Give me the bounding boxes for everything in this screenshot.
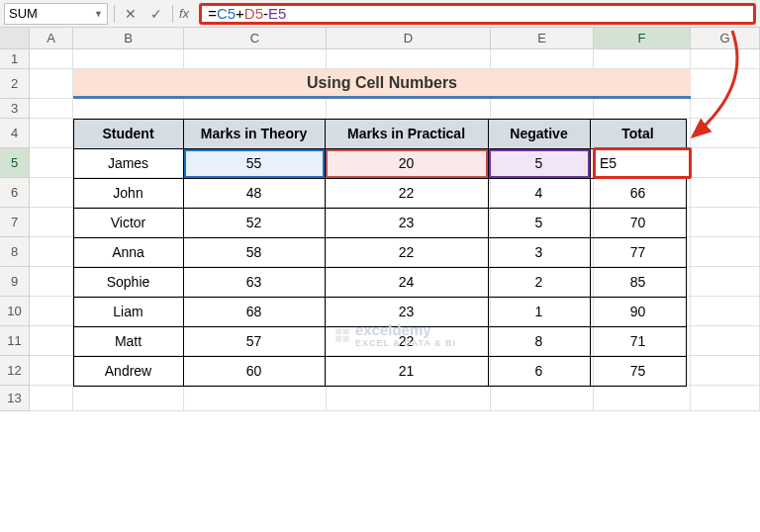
col-header-C[interactable]: C — [184, 28, 327, 48]
cell-student[interactable]: Victor — [73, 208, 184, 238]
cell-student[interactable]: John — [73, 178, 184, 209]
row-header-7[interactable]: 7 — [0, 208, 30, 237]
col-header-B[interactable]: B — [73, 28, 184, 48]
row-headers: 1 2 3 4 5 6 7 8 9 10 11 12 13 — [0, 49, 30, 411]
table-header-row: Student Marks in Theory Marks in Practic… — [73, 119, 691, 148]
separator — [114, 5, 115, 23]
cell-total[interactable]: 77 — [590, 237, 687, 268]
row-header-6[interactable]: 6 — [0, 178, 30, 208]
cell-negative[interactable]: 5 — [488, 208, 591, 238]
cell-practical[interactable]: 24 — [325, 267, 489, 298]
cell-student[interactable]: Anna — [73, 237, 184, 268]
cell-practical[interactable]: 22 — [325, 178, 489, 209]
cell-theory-ref[interactable]: 55 — [183, 148, 326, 179]
col-header-E[interactable]: E — [491, 28, 594, 48]
separator — [172, 5, 173, 23]
cell-negative[interactable]: 6 — [488, 356, 591, 387]
grid: 1 2 3 4 5 6 7 8 9 10 11 12 13 Using Cell… — [0, 49, 760, 411]
cell-negative-ref[interactable]: 5 — [488, 148, 591, 179]
header-practical[interactable]: Marks in Practical — [325, 119, 489, 149]
row-header-1[interactable]: 1 — [0, 49, 30, 69]
header-negative[interactable]: Negative — [488, 119, 591, 149]
row-header-8[interactable]: 8 — [0, 237, 30, 267]
row-header-10[interactable]: 10 — [0, 297, 30, 326]
active-cell-content: E5 — [600, 155, 617, 171]
cell-student[interactable]: Liam — [73, 297, 184, 327]
col-header-G[interactable]: G — [691, 28, 760, 48]
formula-bar: SUM ▼ ✕ ✓ fx =C5+D5-E5 — [0, 0, 760, 28]
cell-theory[interactable]: 57 — [183, 326, 326, 357]
cell-negative[interactable]: 1 — [488, 297, 591, 327]
cell-total[interactable]: 70 — [590, 208, 687, 238]
table-row: Sophie 63 24 2 85 — [73, 267, 691, 297]
cell-negative[interactable]: 3 — [488, 237, 591, 268]
col-header-D[interactable]: D — [327, 28, 491, 48]
cell-negative[interactable]: 2 — [488, 267, 591, 298]
cell-theory[interactable]: 68 — [183, 297, 326, 327]
cell-theory[interactable]: 52 — [183, 208, 326, 238]
header-total[interactable]: Total — [590, 119, 687, 149]
col-header-A[interactable]: A — [30, 28, 73, 48]
cell-total[interactable]: 90 — [590, 297, 687, 327]
col-header-F[interactable]: F — [594, 28, 691, 48]
select-all-corner[interactable] — [0, 28, 30, 48]
name-box-value: SUM — [9, 6, 38, 21]
chevron-down-icon[interactable]: ▼ — [94, 9, 103, 19]
cancel-icon[interactable]: ✕ — [121, 4, 141, 24]
table-row: Liam 68 23 1 90 — [73, 297, 691, 326]
row-header-2[interactable]: 2 — [0, 69, 30, 99]
cell-student[interactable]: Andrew — [73, 356, 184, 387]
sheet-title[interactable]: Using Cell Numbers — [73, 69, 691, 99]
row-header-12[interactable]: 12 — [0, 356, 30, 386]
cell-negative[interactable]: 4 — [488, 178, 591, 209]
cell-practical[interactable]: 23 — [325, 297, 489, 327]
cell-student[interactable]: James — [73, 148, 184, 179]
cell-total[interactable]: 66 — [590, 178, 687, 209]
formula-text: =C5+D5-E5 — [208, 5, 286, 22]
table-row: Anna 58 22 3 77 — [73, 237, 691, 267]
row-header-3[interactable]: 3 — [0, 99, 30, 119]
cell-practical[interactable]: 22 — [325, 326, 489, 357]
row-header-4[interactable]: 4 — [0, 119, 30, 148]
header-theory[interactable]: Marks in Theory — [183, 119, 326, 149]
table-row: Victor 52 23 5 70 — [73, 208, 691, 237]
row-header-11[interactable]: 11 — [0, 326, 30, 356]
cell-practical-ref[interactable]: 20 — [325, 148, 489, 179]
table-row: John 48 22 4 66 — [73, 178, 691, 208]
row-header-13[interactable]: 13 — [0, 386, 30, 411]
header-student[interactable]: Student — [73, 119, 184, 149]
cells-area[interactable]: Using Cell Numbers Student Marks in Theo… — [30, 49, 760, 411]
cell-total[interactable]: 75 — [590, 356, 687, 387]
cell-student[interactable]: Sophie — [73, 267, 184, 298]
table-row: Andrew 60 21 6 75 — [73, 356, 691, 386]
active-cell-f5[interactable]: E5 — [593, 147, 692, 179]
column-headers: A B C D E F G — [0, 28, 760, 49]
cell-theory[interactable]: 60 — [183, 356, 326, 387]
cell-practical[interactable]: 21 — [325, 356, 489, 387]
cell-practical[interactable]: 23 — [325, 208, 489, 238]
cell-theory[interactable]: 63 — [183, 267, 326, 298]
fx-icon[interactable]: fx — [179, 6, 189, 21]
cell-total[interactable]: 85 — [590, 267, 687, 298]
name-box[interactable]: SUM ▼ — [4, 3, 108, 25]
table-row: Matt 57 22 8 71 — [73, 326, 691, 356]
row-header-5[interactable]: 5 — [0, 148, 30, 178]
row-header-9[interactable]: 9 — [0, 267, 30, 297]
confirm-icon[interactable]: ✓ — [146, 4, 166, 24]
cell-practical[interactable]: 22 — [325, 237, 489, 268]
cell-student[interactable]: Matt — [73, 326, 184, 357]
cell-total[interactable]: 71 — [590, 326, 687, 357]
formula-input[interactable]: =C5+D5-E5 — [199, 3, 756, 25]
cell-negative[interactable]: 8 — [488, 326, 591, 357]
cell-theory[interactable]: 48 — [183, 178, 326, 209]
cell-theory[interactable]: 58 — [183, 237, 326, 268]
